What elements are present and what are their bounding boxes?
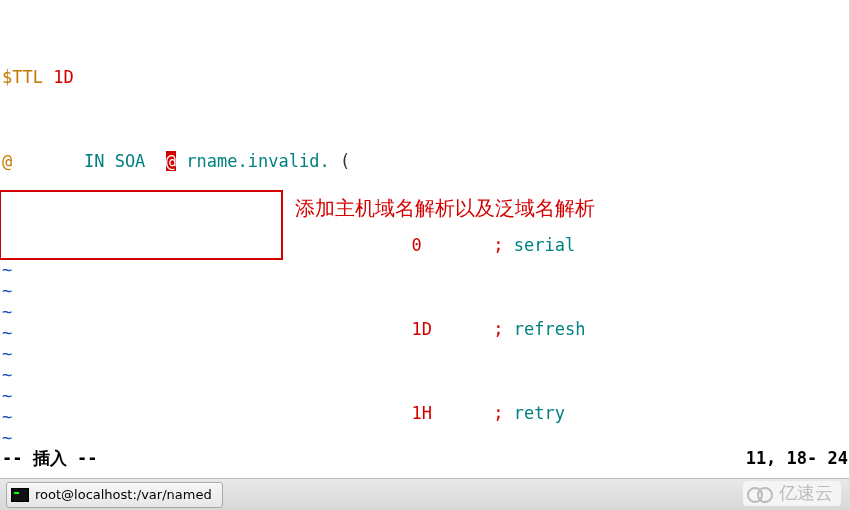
zone-line-ttl: $TTL 1D [2, 67, 847, 88]
taskbar[interactable]: root@localhost:/var/named [0, 478, 850, 510]
tilde: ~ [2, 302, 12, 323]
tilde: ~ [2, 386, 12, 407]
zone-line-retry: 1H ; retry [2, 403, 847, 424]
vim-status-bar: -- 插入 -- 11, 18- 24 [0, 448, 850, 472]
class-in: IN [84, 151, 104, 171]
ttl-value: 1D [53, 67, 73, 87]
tilde: ~ [2, 407, 12, 428]
vim-empty-lines: ~ ~ ~ ~ ~ ~ ~ ~ ~ [0, 258, 14, 449]
vim-mode: -- 插入 -- [2, 448, 97, 472]
tilde: ~ [2, 260, 12, 281]
tilde: ~ [2, 323, 12, 344]
watermark-text: 亿速云 [779, 483, 833, 504]
watermark: 亿速云 [743, 481, 841, 506]
editor-viewport[interactable]: $TTL 1D @ IN SOA @ rname.invalid. ( 0 ; … [0, 0, 849, 510]
ttl-directive: $TTL [2, 67, 43, 87]
open-paren: ( [340, 151, 350, 171]
annotation-label: 添加主机域名解析以及泛域名解析 [295, 198, 595, 219]
serial-value: 0 [411, 235, 421, 255]
refresh-value: 1D [411, 319, 431, 339]
vim-cursor-pos: 11, 18- 24 [746, 448, 848, 472]
tilde: ~ [2, 344, 12, 365]
taskbar-terminal-item[interactable]: root@localhost:/var/named [6, 482, 223, 508]
taskbar-title: root@localhost:/var/named [35, 484, 212, 505]
zone-line-soa: @ IN SOA @ rname.invalid. ( [2, 151, 847, 172]
soa-rname: rname.invalid. [186, 151, 329, 171]
origin-at: @ [2, 151, 12, 171]
tilde: ~ [2, 281, 12, 302]
soa-at-highlight: @ [166, 151, 176, 171]
tilde: ~ [2, 428, 12, 449]
zone-line-refresh: 1D ; refresh [2, 319, 847, 340]
retry-value: 1H [411, 403, 431, 423]
retry-comment: retry [514, 403, 565, 423]
serial-comment: serial [514, 235, 575, 255]
terminal-icon [11, 488, 29, 502]
refresh-comment: refresh [514, 319, 586, 339]
watermark-logo-icon [747, 486, 775, 502]
tilde: ~ [2, 365, 12, 386]
zone-line-serial: 0 ; serial [2, 235, 847, 256]
type-soa: SOA [115, 151, 146, 171]
